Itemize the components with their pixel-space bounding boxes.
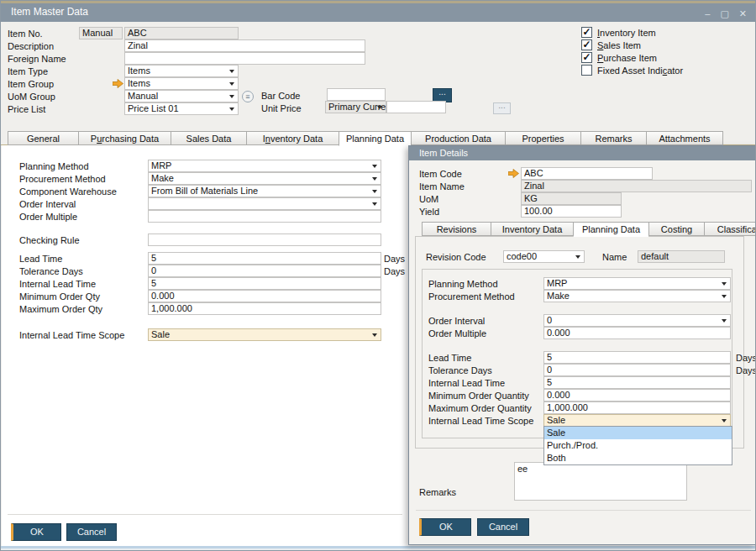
ok-button[interactable]: OK	[11, 523, 61, 541]
window-bottom-edge	[1, 546, 755, 551]
tab-inventory-data[interactable]: Inventory Data	[246, 131, 339, 145]
revision-name-label: Name	[602, 252, 627, 263]
tab-attachments[interactable]: Attachments	[646, 131, 723, 145]
uom-field[interactable]: KG	[521, 192, 622, 205]
dialog-planning-method-select[interactable]: MRP	[543, 277, 731, 290]
foreign-name-label: Foreign Name	[8, 54, 66, 65]
dialog-tolerance-days-label: Tolerance Days	[428, 365, 492, 376]
dialog-order-interval-value: 0	[547, 315, 552, 325]
dialog-lead-time-field[interactable]: 5	[543, 351, 731, 364]
dialog-titlebar: Item Details	[409, 146, 756, 160]
fixed-asset-indicator-checkbox[interactable]	[581, 65, 592, 76]
revision-name-field[interactable]: default	[638, 250, 725, 263]
caret-down-icon	[372, 177, 377, 181]
dialog-planning-method-value: MRP	[547, 278, 567, 288]
dialog-order-multiple-label: Order Multiple	[428, 328, 486, 339]
scope-dropdown-list: SalePurch./Prod.Both	[543, 426, 732, 465]
dialog-ok-button[interactable]: OK	[419, 518, 471, 536]
dialog-procurement-method-select[interactable]: Make	[543, 290, 731, 302]
link-arrow-icon[interactable]	[113, 79, 123, 88]
internal-lead-time-label: Internal Lead Time	[19, 279, 96, 290]
bar-code-field[interactable]	[327, 88, 386, 101]
item-code-field[interactable]: ABC	[521, 167, 653, 180]
dialog-tab-classifications[interactable]: Classifications	[704, 222, 756, 236]
remarks-label: Remarks	[419, 487, 456, 498]
internal-lead-time-scope-select[interactable]: Sale	[148, 328, 381, 341]
tab-remarks[interactable]: Remarks	[580, 131, 646, 145]
remarks-textarea[interactable]: ee	[514, 462, 687, 501]
dialog-minimum-order-quantity-field[interactable]: 0.000	[543, 389, 731, 401]
item-type-select[interactable]: Items	[124, 65, 239, 77]
sales-item-checkbox[interactable]: ✓	[581, 39, 592, 50]
dialog-procurement-method-value: Make	[547, 291, 570, 301]
internal-lead-time-field[interactable]: 5	[148, 277, 381, 290]
dialog-tab-costing[interactable]: Costing	[648, 222, 704, 236]
item-type-label: Item Type	[8, 66, 48, 77]
uom-group-label: UoM Group	[8, 92, 55, 102]
tab-production-data[interactable]: Production Data	[411, 131, 505, 145]
tolerance-days-field[interactable]: 0	[148, 265, 381, 277]
item-name-field[interactable]: Zinal	[521, 180, 752, 192]
dialog-tab-revisions[interactable]: Revisions	[422, 222, 491, 236]
close-icon[interactable]: ✕	[739, 9, 747, 18]
dialog-internal-lead-time-scope-value: Sale	[547, 415, 565, 425]
dialog-maximum-order-quantity-field[interactable]: 1,000.000	[543, 401, 731, 414]
uom-group-value: Manual	[128, 91, 158, 101]
dialog-order-multiple-field[interactable]: 0.000	[543, 327, 731, 339]
tab-purchasing-data[interactable]: Purchasing Data	[78, 131, 171, 145]
unit-price-currency-select[interactable]: Primary Curre	[325, 101, 386, 113]
fixed-asset-indicator-label: Fixed Asset Indicator	[597, 66, 683, 76]
checking-rule-field[interactable]	[148, 234, 381, 246]
tab-properties[interactable]: Properties	[505, 131, 580, 145]
dialog-internal-lead-time-label: Internal Lead Time	[428, 378, 505, 389]
planning-method-select[interactable]: MRP	[148, 160, 381, 172]
foreign-name-field[interactable]	[124, 52, 365, 65]
dropdown-option-both[interactable]: Both	[544, 452, 732, 464]
lead-time-field[interactable]: 5	[148, 252, 381, 265]
minimum-order-qty-field[interactable]: 0.000	[148, 290, 381, 302]
component-warehouse-select[interactable]: From Bill of Materials Line	[148, 185, 381, 197]
purchase-item-checkbox[interactable]: ✓	[581, 52, 592, 63]
dialog-internal-lead-time-field[interactable]: 5	[543, 376, 731, 389]
order-multiple-field[interactable]	[148, 210, 381, 223]
description-field[interactable]: Zinal	[124, 39, 365, 52]
item-no-field[interactable]: ABC	[124, 27, 239, 39]
minimize-icon[interactable]: –	[705, 9, 710, 18]
dialog-tab-planning-data[interactable]: Planning Data	[573, 222, 648, 237]
unit-price-browse-button[interactable]: ...	[493, 102, 511, 114]
price-list-label: Price List	[8, 104, 45, 115]
tab-general[interactable]: General	[8, 131, 78, 145]
revision-code-select[interactable]: code00	[503, 250, 585, 263]
caret-down-icon	[377, 106, 382, 109]
dialog-footer-separator	[416, 510, 751, 511]
description-label: Description	[8, 41, 54, 52]
maximize-icon[interactable]: ▢	[720, 9, 728, 18]
caret-down-icon	[229, 70, 234, 73]
dialog-cancel-button[interactable]: Cancel	[477, 518, 529, 536]
caret-down-icon	[372, 190, 377, 193]
uom-values-menu-icon[interactable]: ≡	[242, 91, 254, 102]
unit-price-field[interactable]	[386, 101, 446, 113]
cancel-button[interactable]: Cancel	[66, 523, 117, 541]
link-arrow-icon[interactable]	[508, 169, 519, 178]
inventory-item-checkbox[interactable]: ✓	[581, 27, 592, 38]
revision-code-value: code00	[507, 251, 537, 261]
uom-group-select[interactable]: Manual	[124, 90, 239, 102]
maximum-order-qty-field[interactable]: 1,000.000	[148, 302, 381, 315]
dialog-tolerance-days-field[interactable]: 0	[543, 364, 731, 376]
checking-rule-label: Checking Rule	[19, 235, 80, 246]
dialog-order-interval-select[interactable]: 0	[543, 314, 731, 327]
dialog-tab-inventory-data[interactable]: Inventory Data	[491, 222, 573, 236]
item-group-select[interactable]: Items	[124, 77, 239, 90]
procurement-method-select[interactable]: Make	[148, 172, 381, 185]
tab-sales-data[interactable]: Sales Data	[171, 131, 246, 145]
item-no-mode-field[interactable]: Manual	[79, 27, 123, 39]
dialog-internal-lead-time-scope-select[interactable]: Sale	[543, 414, 731, 427]
yield-field[interactable]: 100.00	[521, 205, 622, 218]
tab-planning-data[interactable]: Planning Data	[339, 131, 411, 146]
dropdown-option-purch-prod-[interactable]: Purch./Prod.	[544, 439, 732, 452]
dropdown-option-sale[interactable]: Sale	[544, 427, 732, 439]
dialog-lead-time-label: Lead Time	[428, 353, 471, 364]
price-list-select[interactable]: Price List 01	[124, 102, 239, 115]
order-interval-select[interactable]	[148, 197, 381, 210]
